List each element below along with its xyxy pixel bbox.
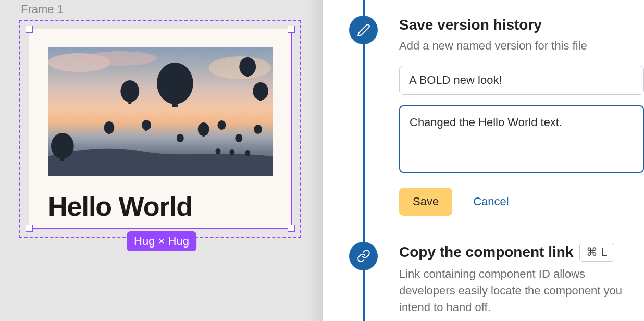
resize-handle-top-left[interactable] <box>26 26 33 33</box>
step-copy-link: Copy the component link ⌘ L Link contain… <box>349 242 644 316</box>
svg-point-25 <box>245 150 250 156</box>
svg-rect-10 <box>259 99 262 101</box>
svg-rect-14 <box>108 133 110 134</box>
hero-title-text[interactable]: Hello World <box>48 191 273 222</box>
svg-point-3 <box>157 63 193 104</box>
svg-point-15 <box>142 120 151 130</box>
svg-point-24 <box>229 149 234 155</box>
step-description: Link containing component ID allows deve… <box>399 266 644 316</box>
step-title: Copy the component link <box>399 244 573 261</box>
step-save-version: Save version history Add a new named ver… <box>349 16 644 216</box>
svg-point-13 <box>104 121 115 134</box>
step-description: Add a new named version for this file <box>399 38 644 54</box>
resize-handle-bottom-right[interactable] <box>288 225 295 232</box>
svg-point-5 <box>120 80 139 102</box>
frame-label[interactable]: Frame 1 <box>21 3 64 16</box>
svg-point-19 <box>177 134 184 142</box>
design-canvas[interactable]: Frame 1 <box>0 0 323 321</box>
svg-rect-16 <box>145 129 147 131</box>
version-description-input[interactable] <box>399 105 644 173</box>
svg-point-20 <box>217 120 226 130</box>
step-title: Save version history <box>399 17 644 33</box>
link-icon <box>349 242 378 270</box>
keyboard-shortcut-chip: ⌘ L <box>579 243 614 262</box>
autolayout-size-chip[interactable]: Hug × Hug <box>127 231 196 251</box>
version-name-input[interactable] <box>399 66 644 95</box>
hero-card[interactable]: Hello World <box>29 29 291 228</box>
pencil-icon <box>349 16 378 44</box>
cancel-button[interactable]: Cancel <box>473 195 509 208</box>
svg-point-7 <box>239 57 256 76</box>
svg-point-23 <box>216 148 221 154</box>
svg-point-21 <box>235 134 242 142</box>
svg-point-22 <box>254 125 262 134</box>
resize-handle-top-right[interactable] <box>288 26 295 33</box>
svg-rect-4 <box>172 103 178 107</box>
save-button[interactable]: Save <box>399 188 452 216</box>
svg-rect-18 <box>203 135 205 137</box>
hero-image[interactable] <box>48 47 273 176</box>
svg-point-9 <box>253 82 268 100</box>
svg-point-1 <box>84 51 157 66</box>
inner-selection-bounds[interactable]: Hello World <box>29 29 292 229</box>
svg-rect-8 <box>246 75 249 77</box>
instructions-panel: Save version history Add a new named ver… <box>323 0 644 321</box>
svg-rect-12 <box>60 158 64 161</box>
svg-rect-6 <box>128 101 131 104</box>
svg-point-11 <box>51 133 74 159</box>
resize-handle-bottom-left[interactable] <box>26 225 33 232</box>
svg-point-17 <box>198 122 209 136</box>
